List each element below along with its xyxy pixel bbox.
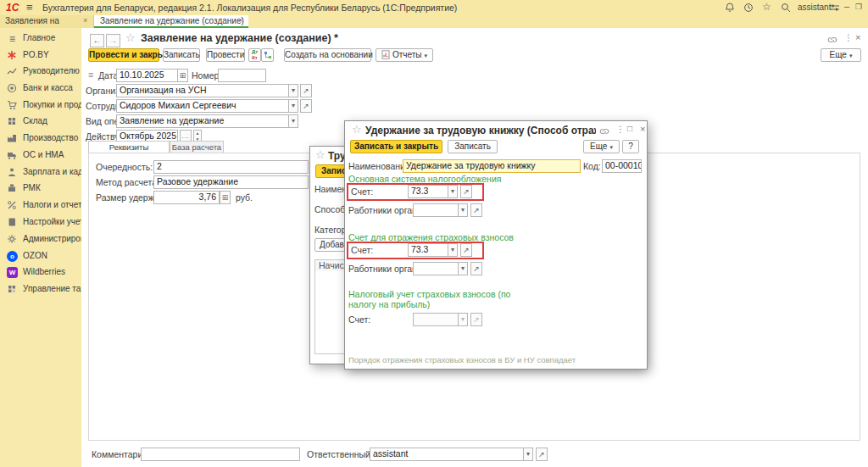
sections-sidebar: ≡Главное PO.BY Руководителю Банк и касса…: [0, 28, 82, 467]
account-field-1[interactable]: 73.3: [408, 185, 448, 198]
form-close-icon[interactable]: ×: [855, 32, 860, 42]
sidebar-item-poby[interactable]: PO.BY: [0, 48, 81, 64]
priority-label: Очередность:: [96, 160, 153, 174]
sidebar-item-rmk[interactable]: РМК: [0, 181, 81, 197]
dialog-help-button[interactable]: ?: [622, 140, 639, 153]
employee-field[interactable]: Сидоров Михаил Сергеевич: [116, 99, 289, 113]
employees-open-icon[interactable]: ↗: [470, 262, 482, 275]
sidebar-item-administrirovanie[interactable]: Администрирование: [0, 232, 81, 247]
employee-open-icon[interactable]: ↗: [300, 99, 312, 113]
dialog-code-field[interactable]: 00-00010: [602, 159, 642, 173]
main-menu-icon[interactable]: ≡: [26, 1, 33, 14]
form-more-dots-icon[interactable]: ⋮: [844, 33, 853, 42]
sidebar-item-zarplata-kadry[interactable]: Зарплата и кадры: [0, 165, 81, 181]
dialog-more-dots-icon[interactable]: ⋮: [616, 125, 625, 134]
get-link-icon[interactable]: [827, 36, 837, 44]
current-user[interactable]: assistant: [798, 3, 831, 12]
post-button[interactable]: Провести: [206, 48, 245, 62]
sidebar-item-bank-kassa[interactable]: Банк и касса: [0, 81, 81, 97]
employee-dropdown-icon[interactable]: ▾: [288, 99, 298, 113]
amount-field[interactable]: 3,76: [153, 191, 220, 204]
tab-close-icon[interactable]: ×: [83, 16, 87, 25]
dialog-more-button[interactable]: Еще▾: [583, 140, 620, 153]
doc-more-button[interactable]: Еще▾: [821, 48, 861, 62]
dialog-link-icon[interactable]: [599, 127, 609, 136]
sidebar-item-ozon[interactable]: oOZON: [0, 249, 81, 264]
tab-baza-rascheta[interactable]: База расчета: [170, 141, 224, 153]
sidebar-item-os-nma[interactable]: ОС и НМА: [0, 148, 81, 164]
tab-close-icon[interactable]: ×: [238, 16, 242, 25]
maximize-button[interactable]: ❐: [855, 2, 862, 12]
calculator-icon[interactable]: ⊞: [220, 191, 231, 204]
employees-open-icon[interactable]: ↗: [470, 203, 482, 217]
back-button[interactable]: ←: [90, 34, 104, 47]
show-postings-dtkt-icon[interactable]: ДтКт: [248, 48, 261, 62]
employees-dropdown-icon[interactable]: ▾: [458, 262, 468, 275]
employees-field-1[interactable]: [413, 203, 459, 217]
sidebar-item-wildberries[interactable]: WWildberries: [0, 265, 81, 281]
employees-dropdown-icon[interactable]: ▾: [458, 203, 468, 217]
dialog-footer-note: Порядок отражения страховых взносов в БУ…: [348, 355, 576, 364]
document-structure-icon[interactable]: [261, 48, 274, 62]
search-icon[interactable]: [781, 3, 791, 13]
sidebar-item-rukovoditelyu[interactable]: Руководителю: [0, 64, 81, 80]
sidebar-item-nalogi[interactable]: Налоги и отчетность: [0, 198, 81, 214]
sidebar-item-upravlenie-tarifom[interactable]: Управление тарифом: [0, 282, 81, 297]
employees-field-2[interactable]: [413, 262, 459, 275]
tab-rekvizity-dokumenta[interactable]: Реквизиты документа: [88, 141, 170, 153]
favorites-star-icon[interactable]: ☆: [762, 1, 771, 13]
reflection-method-dialog[interactable]: ☆ Удержание за трудовую книжку (Способ о…: [344, 120, 648, 370]
tab-document-active[interactable]: Заявление на удержание (создание) * ×: [94, 15, 248, 28]
forward-button[interactable]: →: [106, 34, 120, 47]
save-button[interactable]: Записать: [163, 48, 200, 62]
reports-button[interactable]: Отчеты▾: [376, 48, 433, 62]
dialog-close-icon[interactable]: ×: [640, 124, 645, 134]
administration-gear-icon: [7, 234, 18, 245]
calc-method-field[interactable]: Разовое удержание: [153, 175, 309, 189]
create-based-on-button[interactable]: Создать на основании▾: [284, 48, 371, 62]
comment-field[interactable]: [141, 448, 300, 461]
number-field[interactable]: [218, 69, 266, 82]
date-field[interactable]: 10.10.2025: [116, 69, 178, 82]
account-field-3[interactable]: [413, 313, 459, 326]
responsible-dropdown-icon[interactable]: ▾: [523, 448, 533, 461]
dialog-maximize-icon[interactable]: □: [627, 124, 632, 133]
favorite-star-icon[interactable]: ☆: [352, 123, 362, 136]
minimize-button[interactable]: –: [844, 1, 849, 11]
favorite-star-icon[interactable]: ☆: [125, 31, 136, 44]
sidebar-item-nastroyki[interactable]: Настройки учета: [0, 215, 81, 231]
account-field-2[interactable]: 73.3: [408, 243, 448, 257]
settings-book-icon: [7, 217, 18, 228]
1c-logo-icon: 1С: [6, 2, 19, 14]
dialog-save-button[interactable]: Записать: [448, 140, 498, 153]
post-and-close-button[interactable]: Провести и закрыть: [88, 48, 159, 62]
organization-dropdown-icon[interactable]: ▾: [288, 84, 298, 97]
service-settings-icon[interactable]: [829, 3, 840, 13]
account-dropdown-icon[interactable]: ▾: [448, 185, 458, 198]
history-icon[interactable]: [743, 3, 754, 13]
organization-field[interactable]: Организация на УСН: [116, 84, 289, 97]
responsible-open-icon[interactable]: ↗: [536, 448, 548, 461]
organization-open-icon[interactable]: ↗: [300, 84, 312, 97]
account-label: Счет:: [351, 243, 373, 257]
responsible-field[interactable]: assistant: [370, 448, 524, 461]
poby-star-icon: [7, 50, 18, 61]
tab-list-zayavleniya[interactable]: Заявления на удержание ×: [0, 15, 94, 28]
sidebar-item-proizvodstvo[interactable]: Производство: [0, 131, 81, 147]
account-open-icon[interactable]: ↗: [470, 313, 482, 326]
priority-field[interactable]: 2: [153, 160, 309, 174]
sidebar-item-pokupki-prodazhi[interactable]: Покупки и продажи: [0, 98, 81, 114]
assets-truck-icon: [7, 150, 18, 161]
account-open-icon[interactable]: ↗: [460, 185, 472, 198]
sidebar-item-glavnoe[interactable]: ≡Главное: [0, 31, 81, 47]
operation-type-field[interactable]: Заявление на удержание: [116, 114, 289, 128]
notifications-bell-icon[interactable]: [725, 3, 735, 13]
dialog-name-field[interactable]: Удержание за трудовую книжку: [403, 159, 581, 173]
account-dropdown-icon[interactable]: ▾: [458, 313, 468, 326]
dialog-save-close-button[interactable]: Записать и закрыть: [350, 140, 442, 153]
operation-type-dropdown-icon[interactable]: ▾: [288, 114, 298, 128]
account-open-icon[interactable]: ↗: [460, 243, 472, 257]
sidebar-item-sklad[interactable]: Склад: [0, 114, 81, 130]
calendar-picker-icon[interactable]: ⊞: [177, 69, 188, 82]
account-dropdown-icon[interactable]: ▾: [448, 243, 458, 257]
